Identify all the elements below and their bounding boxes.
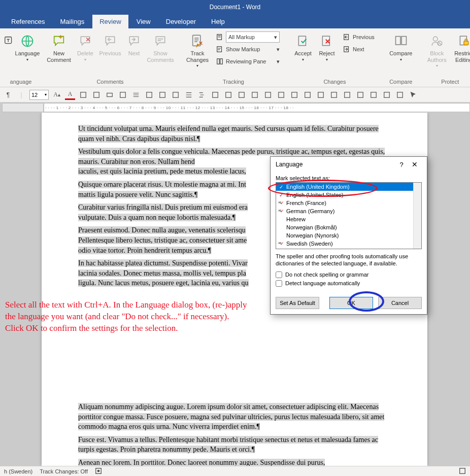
toolbar-icon[interactable] (368, 90, 379, 100)
toolbar-icon[interactable] (276, 90, 286, 100)
toolbar-icon[interactable] (210, 90, 220, 100)
chevron-down-icon: ▾ (436, 63, 438, 68)
selected-text[interactable]: ligula. Nunc lacus metus, posuere eget, … (78, 279, 249, 287)
font-color-icon[interactable]: A (65, 90, 75, 100)
toolbar-icon[interactable] (105, 90, 115, 100)
toolbar-icon[interactable] (237, 90, 247, 100)
next-change-button[interactable]: Next (339, 44, 378, 55)
restrict-editing-button[interactable]: Restrict Editing (451, 30, 470, 71)
toolbar-icon[interactable] (157, 90, 167, 100)
set-as-default-button[interactable]: Set As Default (276, 297, 319, 309)
tab-developer[interactable]: Developer (159, 15, 203, 28)
language-item-en-uk[interactable]: English (United Kingdom) (276, 183, 413, 191)
status-focus-icon[interactable] (459, 467, 466, 475)
listbox-scrollbar[interactable] (413, 183, 421, 249)
display-for-review-combo[interactable]: All Markup▾ (212, 31, 283, 43)
accept-button[interactable]: Accept ▾ (291, 30, 315, 71)
show-markup-button[interactable]: Show Markup ▾ (212, 44, 283, 55)
track-changes-button[interactable]: Track Changes ▾ (184, 30, 211, 71)
toolbar-icon[interactable] (197, 90, 207, 100)
toolbar-icon[interactable] (342, 90, 352, 100)
block-authors-button[interactable]: Block Authors ▾ (424, 30, 450, 71)
toolbar-icon[interactable] (395, 90, 405, 100)
previous-change-button[interactable]: Previous (339, 31, 378, 43)
status-macro-icon[interactable] (95, 467, 102, 475)
cancel-button[interactable]: Cancel (378, 297, 422, 309)
toolbar-icon[interactable] (171, 90, 181, 100)
selected-text[interactable]: Quisque ornare placerat risus. Ut molest… (78, 181, 246, 188)
dialog-note: The speller and other proofing tools aut… (276, 253, 422, 267)
grow-font-icon[interactable]: A▴ (52, 90, 62, 100)
tab-help[interactable]: Help (204, 15, 232, 28)
selected-text[interactable]: mattis ligula posuere velit. Nunc sagitt… (78, 191, 197, 198)
dialog-titlebar[interactable]: Language ? ✕ (271, 157, 427, 172)
toolbar-icon[interactable] (289, 90, 299, 100)
ok-button[interactable]: OK (329, 297, 373, 309)
checkbox-input[interactable] (276, 271, 282, 278)
selected-text[interactable]: Pellentesque libero lectus, tristique ac… (78, 236, 247, 244)
toolbar-icon[interactable] (223, 90, 233, 100)
language-item-en-us[interactable]: English (United States) (276, 191, 413, 199)
language-item-fr[interactable]: French (France) (276, 199, 413, 207)
selected-text[interactable]: Aenean nec lorem. In porttitor. Donec la… (78, 459, 325, 466)
reject-button[interactable]: Reject ▾ (316, 30, 338, 71)
font-size-combo[interactable]: 12▾ (29, 90, 49, 100)
toolbar-icon[interactable] (263, 90, 273, 100)
checkbox-input[interactable] (276, 280, 282, 287)
chevron-down-icon: ▾ (277, 46, 280, 53)
language-listbox[interactable]: English (United Kingdom) English (United… (276, 182, 422, 249)
language-item-sv[interactable]: Swedish (Sweden) (276, 240, 413, 248)
group-label-changes: Changes (291, 78, 378, 87)
toolbar-icon[interactable] (250, 90, 260, 100)
tab-view[interactable]: View (129, 15, 158, 28)
status-language[interactable]: h (Sweden) (4, 468, 32, 474)
previous-comment-button[interactable]: Previous (97, 30, 123, 71)
do-not-check-checkbox[interactable]: Do not check spelling or grammar (276, 271, 422, 278)
selected-text[interactable]: Aliquam nonummy adipiscing augue. Lorem … (78, 403, 384, 430)
horizontal-ruler[interactable]: · · · · 1 · · · 2 · · · 3 · · · 4 · · · … (44, 103, 470, 112)
selected-text[interactable]: iaculis, est quis lacinia pretium, pede … (78, 167, 246, 175)
language-item-he[interactable]: Hebrew (276, 215, 413, 223)
toolbar-icon[interactable] (355, 90, 365, 100)
show-comments-button[interactable]: Show Comments (145, 30, 176, 71)
selected-text[interactable]: Ut tincidunt volutpat urna. Mauris eleif… (78, 125, 379, 143)
compare-button[interactable]: Compare ▾ (386, 30, 416, 71)
toolbar-icon[interactable] (382, 90, 392, 100)
toolbar-icon[interactable] (184, 90, 194, 100)
toolbar-icon[interactable] (303, 90, 313, 100)
language-item-de[interactable]: German (Germany) (276, 207, 413, 215)
selected-text[interactable]: Fusce est. Vivamus a tellus. Pellentesqu… (78, 436, 378, 454)
chevron-down-icon: ▾ (196, 63, 198, 68)
toolbar-icon[interactable] (78, 90, 88, 100)
track-changes-icon (189, 33, 206, 49)
selected-text[interactable]: In hac habitasse platea dictumst. Suspen… (78, 259, 248, 267)
tab-mailings[interactable]: Mailings (53, 15, 91, 28)
language-button[interactable]: Language ▾ (16, 30, 39, 71)
toolbar-icon[interactable] (329, 90, 339, 100)
paragraph-marks-icon[interactable]: ¶ (3, 90, 13, 100)
language-item-nb[interactable]: Norwegian (Bokmål) (276, 223, 413, 231)
selected-text[interactable]: odio vitae tortor. Proin hendrerit tempu… (78, 247, 211, 254)
status-track-changes[interactable]: Track Changes: Off (40, 468, 88, 474)
toolbar-icon[interactable] (316, 90, 326, 100)
next-comment-button[interactable]: Next (124, 30, 144, 71)
tab-references[interactable]: References (4, 15, 52, 28)
selected-text[interactable]: vulputate. Duis a quam non neque loborti… (78, 214, 236, 221)
selected-text[interactable]: Curabitur varius fringilla nisl. Duis pr… (78, 203, 248, 211)
toolbar-icon[interactable] (131, 90, 141, 100)
detect-language-checkbox[interactable]: Detect language automatically (276, 280, 422, 287)
close-icon[interactable]: ✕ (408, 160, 422, 168)
toolbar-icon[interactable] (144, 90, 154, 100)
tab-review[interactable]: Review (92, 15, 128, 28)
cursor-icon[interactable] (408, 90, 418, 100)
reviewing-pane-button[interactable]: Reviewing Pane ▾ (212, 56, 283, 67)
selected-text[interactable]: Praesent euismod. Donec nulla augue, ven… (78, 226, 246, 234)
help-icon[interactable]: ? (395, 161, 408, 168)
selected-text[interactable]: lacinia sodales. Donec metus massa, moll… (78, 269, 246, 277)
toolbar-icon[interactable] (91, 90, 102, 100)
language-item-nn[interactable]: Norwegian (Nynorsk) (276, 231, 413, 240)
toolbar-icon[interactable] (118, 90, 128, 100)
translate-button-partial[interactable] (3, 30, 15, 71)
delete-comment-button[interactable]: Delete ▾ (74, 30, 96, 71)
new-comment-button[interactable]: New Comment (45, 30, 73, 71)
